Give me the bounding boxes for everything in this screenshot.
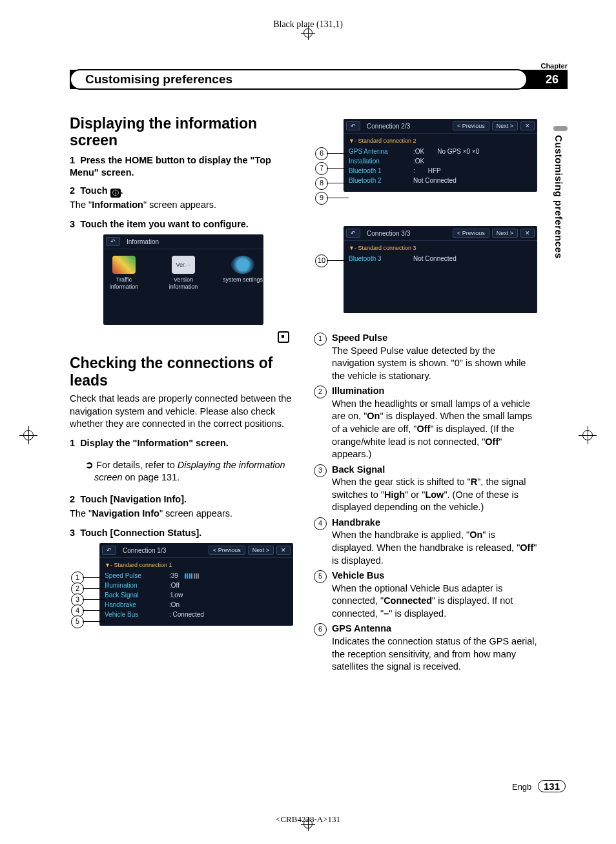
def-desc: When the headlights or small lamps of a … bbox=[332, 398, 540, 461]
def-num: 4 bbox=[314, 517, 327, 530]
def-term: GPS Antenna bbox=[332, 623, 540, 635]
section-displaying-info: Displaying the information screen bbox=[70, 115, 296, 149]
crop-mark-top bbox=[301, 26, 315, 40]
next-button[interactable]: Next > bbox=[248, 546, 274, 555]
step-2-result: The "Information" screen appears. bbox=[70, 199, 296, 212]
side-tab: Customising preferences bbox=[553, 126, 568, 300]
connection-3-shot: ↶ Connection 3/3 < Previous Next > ✕ ▼- … bbox=[344, 226, 537, 313]
back-icon[interactable]: ↶ bbox=[106, 237, 120, 246]
def-term: Speed Pulse bbox=[332, 332, 540, 345]
crop-mark-bottom bbox=[301, 817, 315, 831]
prev-button[interactable]: < Previous bbox=[453, 121, 489, 130]
callout-line bbox=[83, 599, 105, 600]
section2-intro: Check that leads are properly connected … bbox=[70, 393, 296, 431]
def-illumination: 2IlluminationWhen the headlights or smal… bbox=[314, 385, 540, 460]
callout-line bbox=[83, 610, 105, 611]
def-desc: Indicates the connection status of the G… bbox=[332, 635, 540, 674]
footer-page-number: 131 bbox=[538, 780, 566, 792]
callout-10: 10 bbox=[315, 254, 328, 267]
step-1: 1 Press the HOME button to display the "… bbox=[70, 154, 296, 180]
conn-row-speed-pulse: Speed Pulse:39 bbox=[105, 571, 288, 581]
section-end-icon bbox=[278, 331, 289, 343]
callout-line bbox=[327, 198, 349, 198]
connection-1-shot: ↶ Connection 1/3 < Previous Next > ✕ ▼- … bbox=[99, 543, 293, 626]
def-desc: When the handbrake is applied, "On" is d… bbox=[332, 529, 540, 567]
back-icon[interactable]: ↶ bbox=[102, 546, 116, 555]
back-icon[interactable]: ↶ bbox=[346, 121, 360, 130]
def-speed-pulse: 1Speed PulseThe Speed Pulse value detect… bbox=[314, 332, 540, 382]
conn-row-bluetooth-1: Bluetooth 1:HFP bbox=[349, 166, 532, 176]
conn-row-back-signal: Back Signal:Low bbox=[105, 590, 288, 600]
conn-row-installation: Installation:OK bbox=[349, 156, 532, 166]
callout-line bbox=[327, 183, 349, 183]
callout-6: 6 bbox=[315, 147, 328, 160]
conn-row-handbrake: Handbrake:On bbox=[105, 600, 288, 610]
def-term: Vehicle Bus bbox=[332, 570, 540, 582]
prev-button[interactable]: < Previous bbox=[209, 546, 245, 555]
info-screen-title: Information bbox=[123, 238, 261, 245]
callout-8: 8 bbox=[315, 177, 328, 190]
def-desc: The Speed Pulse value detected by the na… bbox=[332, 345, 540, 383]
next-button[interactable]: Next > bbox=[492, 229, 518, 238]
def-num: 2 bbox=[314, 386, 327, 398]
c-step-1-ref: For details, refer to Displaying the inf… bbox=[85, 459, 296, 484]
conn1-title: Connection 1/3 bbox=[119, 547, 206, 554]
callout-5: 5 bbox=[71, 615, 84, 628]
def-vehicle-bus: 5Vehicle BusWhen the optional Vehicle Bu… bbox=[314, 570, 540, 620]
c-step-1: 1 Display the "Information" screen. bbox=[70, 437, 296, 450]
conn-row-bluetooth-3: Bluetooth 3Not Connected bbox=[349, 254, 532, 263]
definitions-list: 1Speed PulseThe Speed Pulse value detect… bbox=[314, 332, 540, 674]
side-tab-text: Customising preferences bbox=[553, 135, 564, 259]
chapter-label: Chapter bbox=[540, 62, 568, 70]
def-handbrake: 4HandbrakeWhen the handbrake is applied,… bbox=[314, 517, 540, 567]
def-num: 3 bbox=[314, 464, 327, 477]
section-checking-connections: Checking the connections of leads bbox=[70, 355, 296, 389]
conn3-title: Connection 3/3 bbox=[363, 230, 450, 237]
def-num: 1 bbox=[314, 333, 327, 345]
crop-mark-left bbox=[19, 426, 37, 444]
conn-row-bluetooth-2: Bluetooth 2Not Connected bbox=[349, 176, 532, 185]
callout-line bbox=[327, 168, 349, 169]
callout-line bbox=[327, 260, 349, 261]
chapter-header: Customising preferences 26 bbox=[70, 70, 568, 89]
info-icon: ⓘ bbox=[110, 189, 121, 198]
close-icon[interactable]: ✕ bbox=[520, 121, 535, 130]
back-icon[interactable]: ↶ bbox=[346, 229, 360, 238]
callout-9: 9 bbox=[315, 192, 328, 205]
chapter-title: Customising preferences bbox=[85, 72, 232, 87]
chapter-number-badge: 26 bbox=[539, 72, 565, 88]
conn1-group: ▼- Standard connection 1 bbox=[105, 562, 288, 568]
conn-row-vehicle-bus: Vehicle Bus: Connected bbox=[105, 610, 288, 619]
version-info-button[interactable]: Ver.··· Version information bbox=[163, 256, 204, 291]
prev-button[interactable]: < Previous bbox=[453, 229, 489, 238]
def-desc: When the optional Vehicle Bus adapter is… bbox=[332, 582, 540, 621]
step-3: 3 Touch the item you want to configure. bbox=[70, 218, 296, 231]
crop-mark-right bbox=[579, 426, 597, 444]
footer-lang: Engb bbox=[512, 782, 531, 792]
traffic-info-button[interactable]: Traffic information bbox=[103, 256, 145, 291]
c-step-3: 3 Touch [Connection Status]. bbox=[70, 527, 296, 540]
information-screen-shot: ↶ Information Traffic information Ver.··… bbox=[103, 234, 263, 325]
callout-line bbox=[327, 153, 349, 154]
def-gps-antenna: 6GPS AntennaIndicates the connection sta… bbox=[314, 623, 540, 673]
callout-7: 7 bbox=[315, 162, 328, 175]
conn-row-illumination: Illumination:Off bbox=[105, 581, 288, 590]
settings-icon bbox=[231, 256, 254, 274]
conn-row-gps-antenna: GPS Antenna:OKNo GPS ×0 ×0 bbox=[349, 147, 532, 156]
connection-3-shot-wrap: ↶ Connection 3/3 < Previous Next > ✕ ▼- … bbox=[314, 226, 540, 323]
c-step-2-result: The "Navigation Info" screen appears. bbox=[70, 508, 296, 520]
system-settings-button[interactable]: system settings bbox=[222, 256, 263, 291]
close-icon[interactable]: ✕ bbox=[520, 229, 535, 238]
callout-line bbox=[83, 588, 105, 589]
connection-1-shot-wrap: ↶ Connection 1/3 < Previous Next > ✕ ▼- … bbox=[70, 543, 296, 640]
connection-2-shot: ↶ Connection 2/3 < Previous Next > ✕ ▼- … bbox=[344, 119, 537, 192]
traffic-icon bbox=[112, 256, 136, 274]
def-back-signal: 3Back SignalWhen the gear stick is shift… bbox=[314, 464, 540, 514]
callout-line bbox=[83, 577, 105, 578]
callout-line bbox=[83, 621, 105, 622]
connection-2-shot-wrap: ↶ Connection 2/3 < Previous Next > ✕ ▼- … bbox=[314, 119, 540, 222]
next-button[interactable]: Next > bbox=[492, 121, 518, 130]
c-step-2: 2 Touch [Navigation Info]. bbox=[70, 493, 296, 506]
def-term: Back Signal bbox=[332, 464, 540, 477]
close-icon[interactable]: ✕ bbox=[276, 546, 291, 555]
